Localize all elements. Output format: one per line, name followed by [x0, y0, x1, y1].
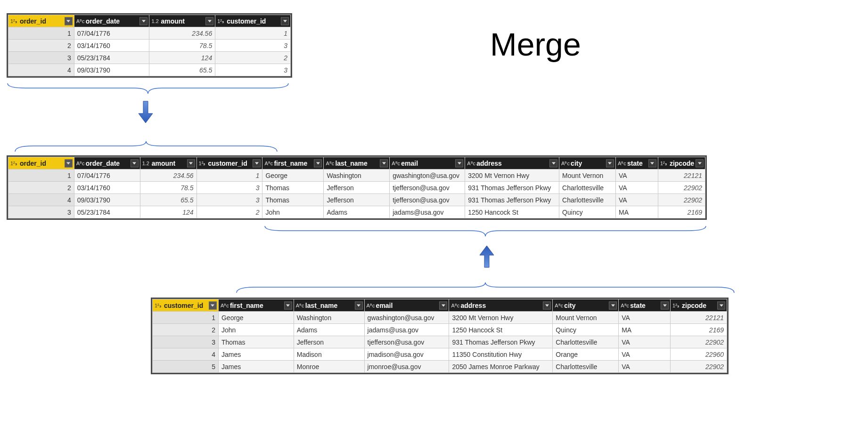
column-header-zipcode[interactable]: 1²₃zipcode	[671, 299, 727, 312]
brace-customers-icon	[236, 282, 735, 294]
cell-zipcode: 22902	[658, 194, 705, 206]
cell-last_name: Jefferson	[294, 336, 364, 348]
column-header-first_name[interactable]: Aᴮcfirst_name	[218, 299, 294, 312]
table-row: 409/03/179065.53ThomasJeffersontjefferso…	[8, 194, 705, 206]
cell-customer_id: 1	[215, 27, 291, 40]
filter-dropdown-icon[interactable]	[284, 301, 292, 309]
column-header-last_name[interactable]: Aᴮclast_name	[324, 157, 390, 169]
cell-first_name: Thomas	[262, 194, 324, 206]
filter-dropdown-icon[interactable]	[717, 301, 725, 309]
column-header-city[interactable]: Aᴮccity	[553, 299, 619, 312]
filter-dropdown-icon[interactable]	[253, 159, 261, 167]
cell-order_date: 07/04/1776	[74, 169, 140, 182]
column-header-email[interactable]: Aᴮcemail	[364, 299, 449, 312]
column-label: last_name	[335, 160, 367, 167]
cell-address: 931 Thomas Jefferson Pkwy	[449, 336, 553, 348]
column-label: email	[401, 160, 418, 167]
cell-first_name: George	[262, 169, 324, 182]
cell-amount: 124	[149, 52, 215, 64]
column-label: city	[564, 302, 575, 309]
cell-customer_id: 3	[215, 64, 291, 76]
filter-dropdown-icon[interactable]	[661, 301, 669, 309]
column-header-customer_id[interactable]: 1²₃customer_id	[215, 15, 291, 27]
column-header-amount[interactable]: 1.2amount	[149, 15, 215, 27]
cell-order_id: 2	[8, 182, 74, 194]
type-icon: 1²₃	[10, 18, 17, 24]
cell-customer_id: 3	[197, 182, 262, 194]
cell-state: VA	[619, 336, 671, 348]
column-header-city[interactable]: Aᴮccity	[559, 157, 616, 169]
column-label: customer_id	[227, 17, 266, 25]
filter-dropdown-icon[interactable]	[380, 159, 388, 167]
cell-last_name: Washington	[324, 169, 390, 182]
filter-dropdown-icon[interactable]	[139, 17, 147, 25]
filter-dropdown-icon[interactable]	[187, 159, 195, 167]
column-label: email	[376, 302, 393, 309]
column-header-order_id[interactable]: 1²₃order_id	[8, 15, 74, 27]
column-header-customer_id[interactable]: 1²₃customer_id	[197, 157, 262, 169]
cell-last_name: Adams	[294, 324, 364, 336]
column-header-last_name[interactable]: Aᴮclast_name	[294, 299, 364, 312]
column-header-order_id[interactable]: 1²₃order_id	[8, 157, 74, 169]
filter-dropdown-icon[interactable]	[205, 17, 213, 25]
column-header-order_date[interactable]: Aᴮcorder_date	[74, 157, 140, 169]
cell-amount: 78.5	[149, 40, 215, 52]
column-header-address[interactable]: Aᴮcaddress	[449, 299, 553, 312]
column-header-customer_id[interactable]: 1²₃customer_id	[153, 299, 219, 312]
cell-last_name: Adams	[324, 206, 390, 218]
filter-dropdown-icon[interactable]	[131, 159, 139, 167]
filter-dropdown-icon[interactable]	[455, 159, 463, 167]
cell-email: gwashington@usa.gov	[390, 169, 465, 182]
type-icon: Aᴮc	[76, 160, 85, 166]
filter-dropdown-icon[interactable]	[209, 301, 217, 309]
type-icon: Aᴮc	[451, 302, 459, 308]
column-header-amount[interactable]: 1.2amount	[140, 157, 197, 169]
cell-zipcode: 22902	[671, 336, 727, 348]
type-icon: Aᴮc	[76, 18, 85, 24]
column-header-zipcode[interactable]: 1²₃zipcode	[658, 157, 705, 169]
column-header-state[interactable]: Aᴮcstate	[615, 157, 658, 169]
column-label: last_name	[305, 302, 337, 309]
filter-dropdown-icon[interactable]	[355, 301, 363, 309]
column-label: address	[460, 302, 486, 309]
filter-dropdown-icon[interactable]	[314, 159, 322, 167]
type-icon: 1²₃	[672, 302, 679, 308]
cell-customer_id: 5	[153, 361, 219, 373]
column-label: zipcode	[670, 160, 694, 167]
filter-dropdown-icon[interactable]	[65, 159, 73, 167]
table-row: 3ThomasJeffersontjefferson@usa.gov931 Th…	[153, 336, 727, 348]
column-header-state[interactable]: Aᴮcstate	[619, 299, 671, 312]
type-icon: 1²₃	[10, 160, 17, 166]
cell-city: Orange	[553, 348, 619, 361]
filter-dropdown-icon[interactable]	[439, 301, 447, 309]
cell-order_id: 3	[8, 206, 74, 218]
column-header-order_date[interactable]: Aᴮcorder_date	[74, 15, 149, 27]
cell-first_name: John	[218, 324, 294, 336]
cell-customer_id: 1	[153, 312, 219, 324]
filter-dropdown-icon[interactable]	[281, 17, 289, 25]
cell-zipcode: 22902	[671, 361, 727, 373]
column-label: zipcode	[682, 302, 706, 309]
filter-dropdown-icon[interactable]	[648, 159, 656, 167]
cell-order_date: 07/04/1776	[74, 27, 149, 40]
column-label: order_date	[86, 160, 120, 167]
cell-customer_id: 3	[197, 194, 262, 206]
cell-customer_id: 3	[215, 40, 291, 52]
cell-zipcode: 22902	[658, 182, 705, 194]
table-row: 4JamesMadisonjmadison@usa.gov11350 Const…	[153, 348, 727, 361]
filter-dropdown-icon[interactable]	[549, 159, 557, 167]
column-label: customer_id	[164, 302, 203, 309]
cell-zipcode: 22121	[671, 312, 727, 324]
brace-merged-bottom-icon	[264, 225, 707, 237]
cell-amount: 234.56	[149, 27, 215, 40]
column-header-first_name[interactable]: Aᴮcfirst_name	[262, 157, 324, 169]
filter-dropdown-icon[interactable]	[65, 17, 73, 25]
filter-dropdown-icon[interactable]	[609, 301, 617, 309]
cell-zipcode: 2169	[658, 206, 705, 218]
column-header-email[interactable]: Aᴮcemail	[390, 157, 465, 169]
column-label: city	[571, 160, 582, 167]
filter-dropdown-icon[interactable]	[543, 301, 551, 309]
column-header-address[interactable]: Aᴮcaddress	[465, 157, 559, 169]
filter-dropdown-icon[interactable]	[606, 159, 614, 167]
filter-dropdown-icon[interactable]	[696, 159, 704, 167]
